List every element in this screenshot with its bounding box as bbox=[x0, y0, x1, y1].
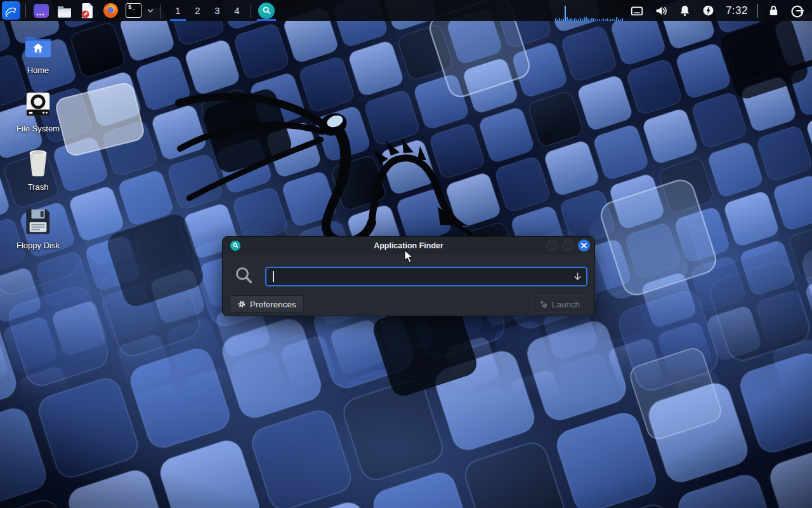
home-folder-icon bbox=[23, 30, 53, 61]
network-icon bbox=[630, 4, 644, 18]
log-out-icon bbox=[790, 4, 804, 18]
desktop-icon-file-system[interactable]: File System bbox=[6, 89, 70, 133]
file-manager-icon bbox=[56, 3, 73, 19]
desktop-icon-label: File System bbox=[16, 124, 60, 133]
terminal-icon: $_ bbox=[126, 3, 141, 18]
workspace-switcher: 1 2 3 4 bbox=[168, 0, 247, 21]
kali-logo-icon bbox=[2, 1, 20, 20]
gear-icon bbox=[237, 300, 246, 309]
search-icon bbox=[233, 265, 254, 288]
window-icon bbox=[230, 241, 240, 251]
top-panel: $_ 1 2 3 4 bbox=[0, 0, 812, 21]
window-title: Application Finder bbox=[223, 241, 594, 250]
network-tray-button[interactable] bbox=[625, 0, 649, 21]
panel-separator bbox=[160, 4, 160, 18]
cpu-graph-icon bbox=[555, 0, 624, 21]
launch-label: Launch bbox=[552, 300, 580, 309]
terminal-dropdown-chevron-icon[interactable] bbox=[145, 6, 156, 15]
launch-button[interactable]: Launch bbox=[532, 295, 587, 313]
firefox-icon bbox=[102, 2, 119, 19]
workspace-2[interactable]: 2 bbox=[188, 0, 207, 21]
desktop-icon-trash[interactable]: Trash bbox=[6, 147, 70, 192]
preferences-button[interactable]: Preferences bbox=[230, 295, 304, 313]
lock-icon bbox=[767, 4, 780, 17]
search-input[interactable] bbox=[265, 267, 587, 286]
application-finder-window: Application Finder bbox=[222, 236, 595, 316]
panel-separator bbox=[25, 4, 26, 18]
file-manager-button[interactable] bbox=[53, 0, 76, 21]
workspace-3[interactable]: 3 bbox=[207, 0, 227, 21]
panel-separator bbox=[251, 4, 251, 18]
workspace-4[interactable]: 4 bbox=[227, 0, 247, 21]
power-manager-tray-button[interactable] bbox=[697, 0, 720, 21]
application-finder-launcher[interactable] bbox=[255, 0, 278, 21]
desktop-icon-home[interactable]: Home bbox=[6, 30, 70, 75]
desktop-icon-list: Home File System Trash bbox=[6, 30, 70, 264]
maximize-button[interactable] bbox=[562, 239, 574, 251]
firefox-button[interactable] bbox=[99, 0, 122, 21]
titlebar[interactable]: Application Finder bbox=[223, 237, 594, 254]
desktop-icon-floppy-disk[interactable]: Floppy Disk bbox=[6, 206, 70, 250]
preferences-label: Preferences bbox=[250, 300, 296, 309]
system-tray: 7:32 bbox=[554, 0, 812, 21]
notifications-tray-button[interactable] bbox=[673, 0, 697, 21]
text-editor-icon bbox=[79, 2, 96, 19]
panel-separator bbox=[757, 4, 758, 18]
desktop-icon-label: Home bbox=[27, 65, 49, 75]
minimize-button[interactable] bbox=[546, 239, 558, 251]
floppy-disk-icon bbox=[23, 206, 53, 236]
file-system-drive-icon bbox=[23, 89, 53, 119]
desktop-icon-label: Floppy Disk bbox=[16, 241, 60, 250]
cpu-graph[interactable] bbox=[554, 0, 625, 21]
application-finder-icon bbox=[258, 3, 275, 19]
kali-menu-button[interactable] bbox=[0, 0, 22, 21]
clock[interactable]: 7:32 bbox=[720, 0, 754, 21]
button-row: Preferences Launch bbox=[223, 288, 594, 313]
search-row bbox=[223, 265, 594, 288]
launch-gear-icon bbox=[540, 300, 548, 309]
power-icon bbox=[702, 4, 715, 17]
bell-icon bbox=[678, 4, 691, 17]
terminal-button[interactable]: $_ bbox=[122, 0, 145, 21]
desktop-icon-label: Trash bbox=[28, 182, 49, 192]
close-button[interactable] bbox=[578, 239, 590, 251]
workspace-1[interactable]: 1 bbox=[168, 0, 188, 21]
log-out-button[interactable] bbox=[785, 0, 812, 21]
close-icon bbox=[581, 243, 587, 248]
text-editor-button[interactable] bbox=[76, 0, 99, 21]
show-desktop-button[interactable] bbox=[30, 0, 53, 21]
trash-icon bbox=[23, 147, 53, 178]
show-desktop-icon bbox=[33, 3, 49, 19]
volume-tray-button[interactable] bbox=[649, 0, 673, 21]
lock-screen-button[interactable] bbox=[762, 0, 785, 21]
volume-icon bbox=[654, 4, 668, 18]
